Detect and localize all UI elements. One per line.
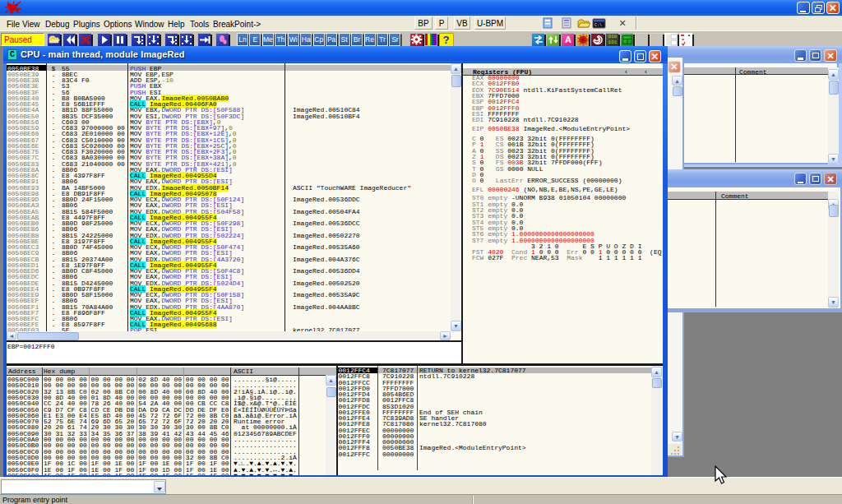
svg-text:C:\: C:\ [594,23,602,28]
